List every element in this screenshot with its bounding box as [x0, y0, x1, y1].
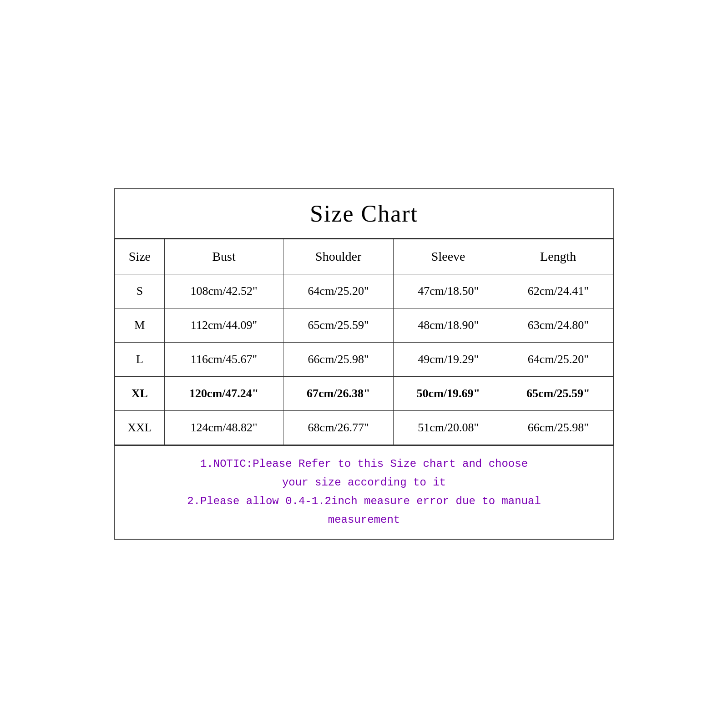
cell-bust: 112cm/44.09" [164, 308, 283, 343]
cell-shoulder: 67cm/26.38" [283, 377, 394, 411]
col-length: Length [503, 239, 613, 274]
notice-line3: 2.Please allow 0.4-1.2inch measure error… [126, 492, 602, 511]
col-size: Size [115, 239, 165, 274]
cell-size: M [115, 308, 165, 343]
cell-sleeve: 47cm/18.50" [393, 274, 503, 308]
notice-line1: 1.NOTIC:Please Refer to this Size chart … [126, 455, 602, 474]
cell-sleeve: 49cm/19.29" [393, 343, 503, 377]
cell-size: L [115, 343, 165, 377]
cell-bust: 120cm/47.24" [164, 377, 283, 411]
cell-bust: 124cm/48.82" [164, 411, 283, 445]
notice-box: 1.NOTIC:Please Refer to this Size chart … [115, 445, 613, 538]
col-shoulder: Shoulder [283, 239, 394, 274]
col-bust: Bust [164, 239, 283, 274]
cell-length: 62cm/24.41" [503, 274, 613, 308]
col-sleeve: Sleeve [393, 239, 503, 274]
cell-length: 66cm/25.98" [503, 411, 613, 445]
table-header-row: Size Bust Shoulder Sleeve Length [115, 239, 613, 274]
table-row: M112cm/44.09"65cm/25.59"48cm/18.90"63cm/… [115, 308, 613, 343]
notice-line4: measurement [126, 511, 602, 530]
cell-sleeve: 48cm/18.90" [393, 308, 503, 343]
cell-shoulder: 68cm/26.77" [283, 411, 394, 445]
table-row: S108cm/42.52"64cm/25.20"47cm/18.50"62cm/… [115, 274, 613, 308]
table-row: XL120cm/47.24"67cm/26.38"50cm/19.69"65cm… [115, 377, 613, 411]
page-wrapper: Size Chart Size Bust Shoulder Sleeve Len… [0, 0, 728, 728]
cell-sleeve: 51cm/20.08" [393, 411, 503, 445]
cell-shoulder: 65cm/25.59" [283, 308, 394, 343]
table-row: XXL124cm/48.82"68cm/26.77"51cm/20.08"66c… [115, 411, 613, 445]
size-chart-container: Size Chart Size Bust Shoulder Sleeve Len… [114, 188, 614, 539]
cell-shoulder: 66cm/25.98" [283, 343, 394, 377]
cell-sleeve: 50cm/19.69" [393, 377, 503, 411]
chart-title: Size Chart [115, 189, 613, 239]
cell-bust: 108cm/42.52" [164, 274, 283, 308]
cell-length: 64cm/25.20" [503, 343, 613, 377]
cell-length: 65cm/25.59" [503, 377, 613, 411]
table-row: L116cm/45.67"66cm/25.98"49cm/19.29"64cm/… [115, 343, 613, 377]
size-table: Size Bust Shoulder Sleeve Length S108cm/… [115, 239, 613, 445]
cell-shoulder: 64cm/25.20" [283, 274, 394, 308]
cell-size: XL [115, 377, 165, 411]
cell-size: S [115, 274, 165, 308]
cell-bust: 116cm/45.67" [164, 343, 283, 377]
cell-size: XXL [115, 411, 165, 445]
cell-length: 63cm/24.80" [503, 308, 613, 343]
notice-line2: your size according to it [126, 474, 602, 492]
